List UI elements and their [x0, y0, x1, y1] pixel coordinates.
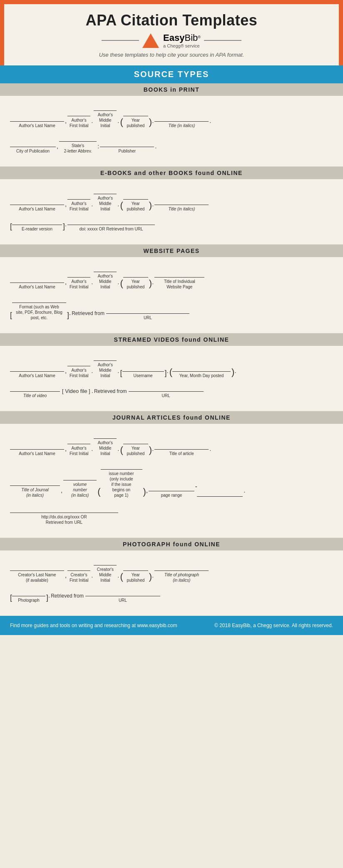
- website-row1: Author's Last Name , Author'sFirst Initi…: [10, 265, 333, 293]
- punct-photo-period4: .: [48, 592, 50, 606]
- journal-row3: http://dx.doi.org/xxxx ORRetrieved from …: [10, 505, 333, 528]
- field-jrn-mid-init: Author'sMiddleInitial: [94, 431, 117, 456]
- field-photograph-label: Photograph: [12, 589, 45, 603]
- punct-jrn-period2: .: [117, 445, 119, 460]
- field-year: Yearpublished: [123, 109, 148, 128]
- punct-web-period2: .: [117, 278, 119, 293]
- punct-period2: .: [117, 117, 119, 132]
- punct-web-comma1: ,: [65, 278, 67, 293]
- retrieved-label-photo: Retrieved from: [51, 593, 84, 606]
- field-city: City of Publication: [10, 140, 56, 154]
- paren-close-photo: ): [149, 572, 152, 586]
- journal-row2: Title of Journal(in italics) , volumenum…: [10, 462, 333, 501]
- chegg-label: a Chegg® service: [163, 43, 200, 48]
- paren-close-jrn: ): [149, 445, 152, 460]
- punct-period1: .: [91, 117, 93, 132]
- paren-open-eb1: (: [120, 201, 123, 215]
- easybib-logo-text: EasyBib®: [163, 33, 201, 43]
- paren-open-photo: (: [120, 572, 123, 586]
- punct-photo-period3: .: [152, 572, 154, 586]
- field-author-first-init: Author'sFirst Initial: [67, 109, 90, 128]
- paren-open-jrn: (: [120, 445, 123, 460]
- retrieved-label-web: Retrieved from: [72, 310, 104, 324]
- field-page-range2: [197, 489, 243, 498]
- field-web-url: URL: [106, 306, 189, 320]
- field-article-title: Title of article: [154, 442, 209, 456]
- header-subtitle: Use these templates to help cite your so…: [12, 52, 331, 58]
- field-photo-title: Title of photograph(in italics): [154, 563, 209, 583]
- field-vid-title: Title of video: [10, 384, 60, 398]
- video-row1: Author's Last Name , Author'sFirst Initi…: [10, 353, 333, 382]
- punct-photo-period2: .: [117, 572, 119, 586]
- field-jrn-author-last: Author's Last Name: [10, 442, 64, 456]
- field-jrn-first-init: Author'sFirst Initial: [67, 437, 90, 456]
- punct-comma1: ,: [65, 117, 67, 132]
- ebooks-row1: Author's Last Name , Author'sFirst Initi…: [10, 187, 333, 215]
- books-print-row2: City of Publication , State's2-letter Ab…: [10, 134, 333, 157]
- logo-line-right: [204, 40, 241, 41]
- field-vid-url: URL: [129, 384, 204, 398]
- field-ereader: E-reader version: [12, 218, 62, 232]
- paren-close-web1: ): [149, 279, 152, 293]
- field-username: Username: [122, 364, 164, 378]
- punct-jrn-comma2: ,: [61, 487, 62, 501]
- punct-vid-period4: .: [234, 367, 236, 382]
- field-ebook-author-last: Author's Last Name: [10, 198, 64, 212]
- field-issue-num: issue number(only includeif the issuebeg…: [101, 462, 142, 498]
- punct-vid-comma1: ,: [65, 367, 67, 382]
- punct-web-period4: .: [69, 309, 71, 324]
- field-page-range1: page range: [149, 484, 194, 498]
- footer-right: © 2018 EasyBib, a Chegg service. All rig…: [214, 623, 333, 628]
- section-photograph: PHOTOGRAPH found ONLINE Creator's Last N…: [0, 538, 343, 616]
- field-photo-url: URL: [85, 589, 160, 603]
- field-web-mid-init: Author'sMiddleInitial: [94, 265, 117, 290]
- field-format: Format (such as Website, PDF, Brochure, …: [12, 295, 66, 320]
- punct-photo-period1: .: [91, 572, 93, 586]
- field-web-year: Yearpublished: [123, 270, 148, 290]
- logo-triangle-icon: [142, 33, 159, 48]
- section-header-website: WEBSITE PAGES: [0, 245, 343, 257]
- books-print-row1: Author's Last Name , Author'sFirst Initi…: [10, 103, 333, 132]
- field-creator-last: Creator's Last Name(if available): [10, 563, 64, 583]
- field-ebook-mid-init: Author'sMiddleInitial: [94, 187, 117, 212]
- punct-period-eb1: .: [91, 200, 93, 215]
- photo-row1: Creator's Last Name(if available) , Crea…: [10, 558, 333, 586]
- field-creator-first-init: Creator'sFirst Initial: [67, 563, 90, 583]
- logo-line-left: [102, 40, 139, 41]
- field-doi: doi: xxxxx OR Retrieved from URL: [67, 218, 155, 232]
- ebooks-row2: [ E-reader version ] . doi: xxxxx OR Ret…: [10, 218, 333, 235]
- paren-open-web1: (: [120, 279, 123, 293]
- field-journal-title: Title of Journal(in italics): [10, 478, 60, 498]
- section-streamed-videos: STREAMED VIDEOS found ONLINE Author's La…: [0, 333, 343, 411]
- footer: Find more guides and tools on writing an…: [0, 616, 343, 635]
- field-vid-first-init: Author'sFirst Initial: [67, 359, 90, 378]
- section-website: WEBSITE PAGES Author's Last Name , Autho…: [0, 245, 343, 333]
- photo-row2: [ Photograph ] . Retrieved from URL: [10, 589, 333, 606]
- punct-period4: .: [209, 117, 211, 132]
- punct-period-eb3: .: [152, 200, 154, 215]
- punct-jrn-period5: .: [244, 487, 245, 501]
- section-header-books-print: BOOKS in PRINT: [0, 83, 343, 96]
- punct-jrn-comma1: ,: [65, 445, 67, 460]
- field-title: Title (in italics): [154, 114, 209, 128]
- field-year-month: Year, Month Day posted: [172, 364, 231, 378]
- field-author-last: Author's Last Name: [10, 114, 64, 128]
- source-types-banner: SOURCE TYPES: [0, 65, 343, 83]
- field-author-mid-init: Author'sMiddleInitial: [94, 103, 117, 128]
- paren-close1: ): [149, 118, 152, 132]
- field-web-author-last: Author's Last Name: [10, 275, 64, 290]
- field-ebook-first-init: Author'sFirst Initial: [67, 192, 90, 212]
- section-header-ebooks: E-BOOKS and other BOOKS found ONLINE: [0, 167, 343, 179]
- field-ebook-year: Yearpublished: [123, 192, 148, 212]
- punct-photo-comma1: ,: [65, 572, 67, 586]
- section-header-photograph: PHOTOGRAPH found ONLINE: [0, 538, 343, 550]
- footer-left: Find more guides and tools on writing an…: [10, 623, 177, 628]
- punct-comma-eb1: ,: [65, 200, 67, 215]
- header-outer: APA Citation Templates EasyBib® a Chegg®…: [0, 0, 343, 65]
- field-vol-num: volumenumber(in italics): [63, 473, 97, 498]
- punct-period-eb2: .: [117, 200, 119, 215]
- section-header-journal: JOURNAL ARTICLES found ONLINE: [0, 411, 343, 424]
- field-vid-mid-init: Author'sMiddleInitial: [94, 353, 117, 378]
- paren-close-issue: ): [143, 487, 146, 501]
- field-state: State's2-letter Abbrev.: [59, 134, 97, 154]
